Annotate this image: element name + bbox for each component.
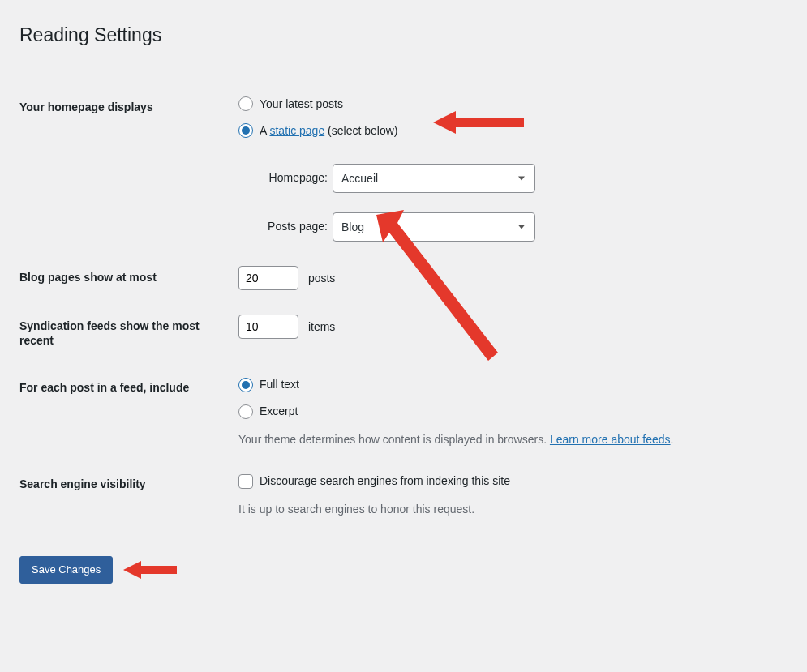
label-feed-content: For each post in a feed, include bbox=[19, 364, 230, 460]
row-blog-pages: Blog pages show at most posts bbox=[19, 254, 788, 302]
blog-pages-input[interactable] bbox=[238, 266, 298, 290]
row-homepage-displays: Your homepage displays Your latest posts… bbox=[19, 83, 788, 254]
radio-full-text-label[interactable]: Full text bbox=[260, 376, 299, 393]
svg-marker-2 bbox=[123, 561, 177, 579]
feed-content-description: Your theme determines how content is dis… bbox=[238, 431, 779, 448]
row-syndication: Syndication feeds show the most recent i… bbox=[19, 302, 788, 364]
radio-excerpt[interactable] bbox=[238, 404, 253, 419]
annotation-arrow-icon bbox=[123, 558, 180, 582]
homepage-select[interactable]: Accueil bbox=[333, 164, 535, 193]
radio-latest-posts[interactable] bbox=[238, 96, 253, 111]
row-feed-content: For each post in a feed, include Full te… bbox=[19, 364, 788, 460]
label-homepage-displays: Your homepage displays bbox=[19, 83, 230, 254]
postspage-select[interactable]: Blog bbox=[333, 212, 535, 242]
homepage-select-label: Homepage: bbox=[255, 169, 328, 186]
label-syndication: Syndication feeds show the most recent bbox=[19, 302, 230, 364]
learn-more-feeds-link[interactable]: Learn more about feeds bbox=[550, 433, 671, 446]
save-changes-button[interactable]: Save Changes bbox=[19, 556, 113, 584]
row-search-visibility: Search engine visibility Discourage sear… bbox=[19, 460, 788, 530]
radio-static-page-label[interactable]: A static page (select below) bbox=[260, 122, 397, 139]
radio-latest-posts-label[interactable]: Your latest posts bbox=[260, 96, 343, 113]
syndication-suffix: items bbox=[308, 320, 335, 333]
search-visibility-description: It is up to search engines to honor this… bbox=[238, 501, 779, 518]
radio-excerpt-label[interactable]: Excerpt bbox=[260, 403, 298, 420]
syndication-input[interactable] bbox=[238, 315, 298, 339]
label-search-visibility: Search engine visibility bbox=[19, 460, 230, 530]
radio-full-text[interactable] bbox=[238, 378, 253, 392]
discourage-search-checkbox[interactable] bbox=[238, 474, 253, 489]
blog-pages-suffix: posts bbox=[308, 272, 335, 285]
page-title: Reading Settings bbox=[19, 16, 788, 51]
postspage-select-label: Posts page: bbox=[255, 218, 328, 235]
label-blog-pages: Blog pages show at most bbox=[19, 254, 230, 302]
static-page-link[interactable]: static page bbox=[269, 124, 324, 137]
radio-static-page[interactable] bbox=[238, 123, 253, 138]
discourage-search-label[interactable]: Discourage search engines from indexing … bbox=[260, 473, 510, 490]
